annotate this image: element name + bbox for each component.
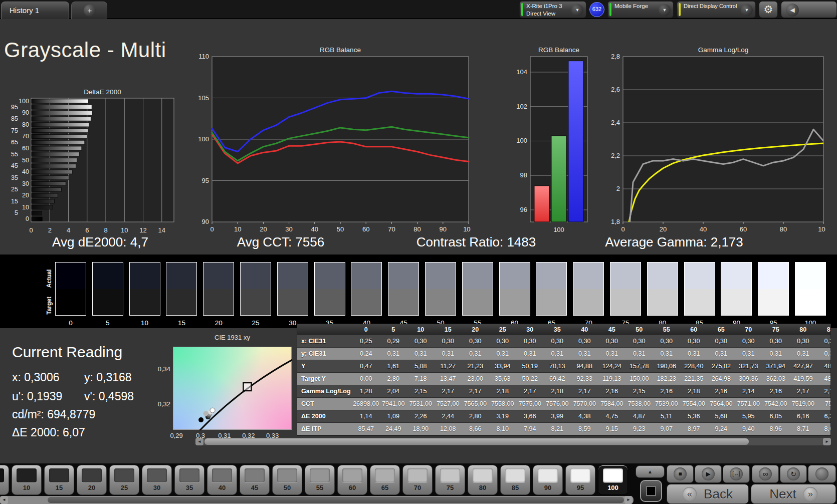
stop-button[interactable]: ■ bbox=[667, 465, 694, 483]
table-column-header: 50 bbox=[625, 324, 653, 335]
back-button[interactable]: « Back bbox=[667, 484, 749, 504]
svg-text:95: 95 bbox=[202, 177, 209, 184]
table-cell: 4,38 bbox=[571, 410, 598, 423]
pattern-level-label: 25 bbox=[110, 484, 139, 491]
svg-text:55: 55 bbox=[11, 151, 18, 158]
pattern-level-button-75[interactable]: 75 bbox=[435, 465, 465, 495]
next-button[interactable]: Next » bbox=[751, 484, 836, 504]
collapse-panel-button[interactable]: ◀ bbox=[781, 1, 837, 18]
swatch-level-label: 10 bbox=[129, 319, 160, 327]
swatch-column-40: 40 bbox=[351, 262, 382, 327]
table-cell: 182,23 bbox=[653, 373, 681, 385]
display-control-dropdown[interactable]: Direct Display Control ▼ bbox=[677, 1, 756, 18]
table-cell: 0,30 bbox=[762, 335, 790, 348]
pattern-level-button-55[interactable]: 55 bbox=[305, 465, 335, 495]
swatch-level-label: 0 bbox=[55, 319, 86, 327]
pattern-level-button-40[interactable]: 40 bbox=[207, 465, 237, 495]
svg-text:40: 40 bbox=[311, 225, 318, 233]
new-tab-button[interactable]: + bbox=[71, 2, 107, 19]
target-swatch bbox=[388, 289, 418, 316]
pattern-level-button-60[interactable]: 60 bbox=[337, 465, 367, 495]
pattern-level-button-100[interactable]: 100 bbox=[598, 465, 628, 495]
chevron-left-icon: ◀ bbox=[786, 4, 799, 17]
pattern-level-button-5[interactable]: 5 bbox=[0, 465, 9, 495]
pattern-level-button-90[interactable]: 90 bbox=[533, 465, 563, 495]
chevron-down-icon[interactable]: ▼ bbox=[571, 4, 583, 16]
pattern-scrollbar-thumb[interactable] bbox=[48, 497, 624, 503]
swatch-column-70: 70 bbox=[573, 262, 604, 327]
pattern-scrollbar[interactable]: ◄ ► bbox=[0, 496, 634, 504]
loop-button[interactable]: ∞ bbox=[752, 465, 779, 483]
svg-text:35: 35 bbox=[11, 174, 18, 181]
chevron-down-icon[interactable]: ▼ bbox=[659, 4, 671, 16]
cie-x-tick-label: 0,3 bbox=[189, 432, 212, 439]
rgb-balance-bar-chart-title: RGB Balance bbox=[530, 46, 587, 54]
pattern-window-button[interactable] bbox=[640, 480, 662, 502]
pattern-level-button-95[interactable]: 95 bbox=[565, 465, 595, 495]
table-cell: 0,47 bbox=[352, 360, 380, 373]
extra-button[interactable] bbox=[808, 465, 836, 483]
tab-history-1[interactable]: History 1 bbox=[1, 2, 69, 19]
table-scrollbar[interactable]: ◄ ► bbox=[195, 438, 831, 445]
svg-text:100: 100 bbox=[198, 135, 209, 143]
pattern-level-button-80[interactable]: 80 bbox=[468, 465, 498, 495]
plus-icon: + bbox=[84, 5, 96, 17]
pattern-level-button-20[interactable]: 20 bbox=[77, 465, 107, 495]
table-cell: 7519,00 bbox=[789, 398, 817, 410]
table-cell: 6,05 bbox=[762, 410, 790, 423]
swatch-column-80: 80 bbox=[647, 262, 678, 327]
pattern-level-button-85[interactable]: 85 bbox=[500, 465, 530, 495]
reading-de2000: ΔE 2000: 6,07 bbox=[12, 426, 85, 439]
table-cell: 0,00 bbox=[352, 373, 380, 385]
play-button[interactable]: ▶ bbox=[695, 465, 722, 483]
stop-icon: ■ bbox=[674, 467, 687, 480]
settings-button[interactable]: ⚙ bbox=[759, 1, 778, 18]
pattern-swatch bbox=[440, 468, 460, 482]
table-cell: 150,00 bbox=[625, 373, 653, 385]
svg-text:65: 65 bbox=[11, 139, 18, 146]
target-swatch bbox=[56, 289, 86, 316]
pattern-level-button-30[interactable]: 30 bbox=[142, 465, 172, 495]
swatch-column-60: 60 bbox=[499, 262, 530, 327]
target-swatch bbox=[721, 289, 751, 316]
table-scrollbar-thumb[interactable] bbox=[204, 438, 749, 445]
pattern-level-button-45[interactable]: 45 bbox=[240, 465, 270, 495]
range-button[interactable]: [↔] bbox=[723, 465, 750, 483]
pattern-level-button-50[interactable]: 50 bbox=[272, 465, 302, 495]
table-cell: 0,30 bbox=[817, 335, 831, 348]
swatch-cell bbox=[795, 262, 826, 316]
table-cell: 1,61 bbox=[380, 360, 407, 373]
pattern-level-button-65[interactable]: 65 bbox=[370, 465, 400, 495]
refresh-button[interactable]: ↻ bbox=[780, 465, 807, 483]
pattern-scroll-up-button[interactable]: ▲ bbox=[636, 465, 665, 478]
table-cell: 0,30 bbox=[735, 335, 762, 348]
pattern-level-button-35[interactable]: 35 bbox=[174, 465, 204, 495]
svg-text:2,8: 2,8 bbox=[611, 54, 620, 60]
scroll-right-icon[interactable]: ► bbox=[624, 496, 633, 504]
actual-swatch bbox=[685, 263, 715, 289]
pattern-level-button-25[interactable]: 25 bbox=[109, 465, 139, 495]
table-cell: 190,06 bbox=[653, 360, 681, 373]
table-cell: 2,16 bbox=[708, 385, 735, 398]
table-cell: 488, bbox=[817, 360, 831, 373]
table-cell: 0,30 bbox=[516, 335, 544, 348]
source-dropdown[interactable]: Mobile Forge ▼ bbox=[607, 1, 674, 18]
scroll-right-icon[interactable]: ► bbox=[823, 438, 831, 445]
pattern-level-button-70[interactable]: 70 bbox=[402, 465, 433, 495]
swatch-column-95: 95 bbox=[758, 262, 789, 327]
table-cell: 0,31 bbox=[625, 348, 653, 360]
chevron-down-icon[interactable]: ▼ bbox=[741, 4, 753, 16]
meter-dropdown[interactable]: X-Rite i1Pro 3 Direct View ▼ bbox=[519, 1, 586, 18]
pattern-level-button-10[interactable]: 10 bbox=[12, 465, 42, 495]
table-cell: 24,49 bbox=[380, 423, 407, 435]
table-cell: 5,68 bbox=[708, 410, 735, 423]
pattern-level-label: 45 bbox=[240, 484, 269, 491]
table-cell: 0,30 bbox=[435, 335, 462, 348]
pattern-level-button-15[interactable]: 15 bbox=[44, 465, 74, 495]
scroll-left-icon[interactable]: ◄ bbox=[0, 496, 8, 504]
cie-y-tick-label: 0,32 bbox=[148, 400, 170, 408]
actual-swatch bbox=[463, 263, 493, 289]
table-cell: 8,66 bbox=[462, 423, 489, 435]
pattern-level-label: 55 bbox=[305, 484, 334, 491]
swatch-column-65: 65 bbox=[536, 262, 567, 327]
